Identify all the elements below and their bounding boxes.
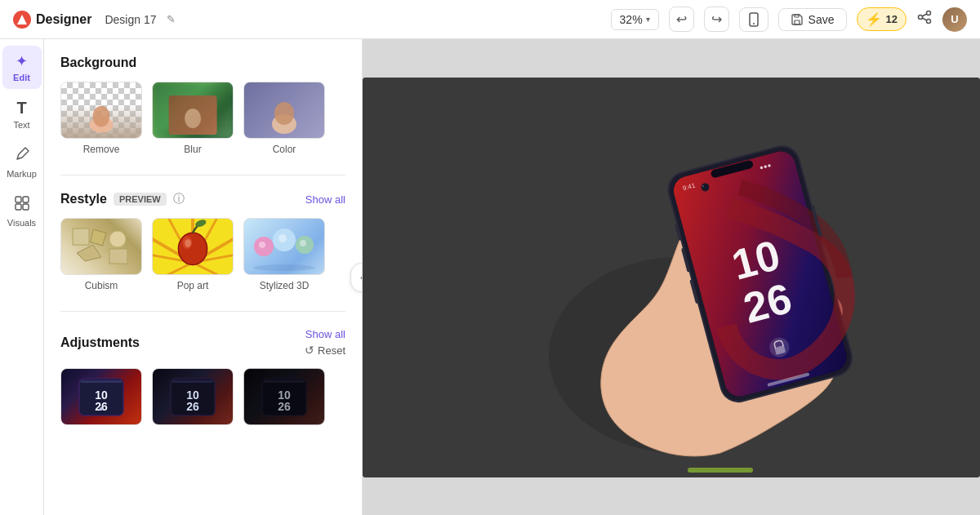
svg-rect-77	[688, 468, 753, 473]
bg-item-color[interactable]: Color	[243, 82, 325, 155]
edit-design-icon[interactable]: ✎	[167, 13, 176, 25]
restyle-section: Restyle PREVIEW ⓘ Show all	[60, 192, 345, 291]
redo-button[interactable]: ↪	[704, 7, 729, 32]
markup-icon	[14, 146, 30, 166]
bg-item-blur[interactable]: Blur	[152, 82, 234, 155]
canvas-content[interactable]: 10 26 9:41 ●●●	[363, 78, 980, 477]
text-icon: T	[16, 99, 26, 118]
zoom-dropdown-icon: ▾	[646, 15, 650, 24]
background-section: Background Remove	[60, 55, 345, 155]
svg-text:26: 26	[278, 400, 291, 413]
svg-point-6	[919, 16, 923, 20]
topbar: Designer Design 17 ✎ 32% ▾ ↩ ↪ Save ⚡ 12…	[0, 0, 980, 39]
svg-rect-4	[795, 15, 799, 17]
save-button[interactable]: Save	[778, 8, 847, 31]
adjustment-thumb-3[interactable]: 10 26	[243, 368, 325, 425]
svg-marker-22	[77, 245, 101, 261]
adjustments-section: Adjustments Show all ↺ Reset 10	[60, 328, 345, 425]
save-label: Save	[808, 13, 835, 26]
adjustments-reset-button[interactable]: ↺ Reset	[305, 344, 345, 357]
svg-line-8	[922, 14, 927, 16]
svg-text:26: 26	[95, 400, 108, 413]
icon-nav: ✦ Edit T Text Markup Visuals	[0, 39, 44, 515]
svg-point-5	[927, 11, 931, 16]
undo-button[interactable]: ↩	[669, 7, 694, 32]
svg-line-9	[922, 18, 927, 20]
svg-rect-19	[73, 229, 89, 245]
adjustments-show-all-button[interactable]: Show all	[305, 328, 345, 340]
svg-point-48	[100, 407, 103, 411]
style-label-cubism: Cubism	[85, 280, 118, 291]
main-layout: ✦ Edit T Text Markup Visuals Background	[0, 39, 980, 515]
logo-icon	[13, 11, 31, 29]
preview-badge: PREVIEW	[114, 193, 167, 206]
bg-label-blur: Blur	[184, 144, 201, 155]
canvas-background: 10 26 9:41 ●●●	[363, 78, 980, 477]
bg-label-remove: Remove	[83, 144, 120, 155]
bg-thumb-blur	[152, 82, 234, 139]
style-item-cubism[interactable]: Cubism	[60, 218, 142, 291]
panel-collapse-arrow[interactable]: ‹	[350, 263, 363, 292]
svg-rect-45	[81, 380, 122, 383]
restyle-items: Cubism	[60, 218, 345, 291]
style-thumb-cubism	[60, 218, 142, 275]
bg-thumb-color	[243, 82, 325, 139]
svg-point-42	[300, 240, 306, 246]
adjustments-section-title: Adjustments	[60, 335, 140, 350]
adjustments-header-right: Show all ↺ Reset	[305, 328, 345, 357]
svg-point-16	[185, 109, 201, 128]
share-button[interactable]	[916, 9, 933, 29]
sidebar-item-text[interactable]: T Text	[2, 92, 42, 136]
avatar[interactable]: U	[942, 7, 967, 32]
svg-rect-11	[23, 197, 29, 202]
bg-label-color: Color	[273, 144, 296, 155]
info-icon[interactable]: ⓘ	[173, 192, 185, 206]
svg-rect-20	[90, 229, 106, 246]
side-panel: Background Remove	[44, 39, 363, 515]
app-logo: Designer	[13, 11, 91, 29]
restyle-header-left: Restyle PREVIEW ⓘ	[60, 192, 185, 206]
svg-point-35	[185, 239, 191, 247]
style-label-stylized3d: Stylized 3D	[260, 280, 310, 291]
background-section-header: Background	[60, 55, 345, 70]
style-item-popart[interactable]: Pop art	[152, 218, 234, 291]
restyle-section-title: Restyle	[60, 192, 107, 206]
svg-rect-12	[16, 204, 21, 210]
sidebar-item-edit[interactable]: ✦ Edit	[2, 46, 42, 89]
style-thumb-stylized3d	[243, 218, 325, 275]
background-section-title: Background	[60, 55, 136, 70]
reset-label: Reset	[318, 344, 345, 357]
adjustment-thumb-1[interactable]: 10 26	[60, 368, 142, 425]
svg-marker-0	[17, 15, 27, 24]
credits-icon: ⚡	[866, 11, 882, 27]
svg-rect-3	[795, 20, 800, 24]
sidebar-item-markup[interactable]: Markup	[2, 140, 42, 185]
canvas-area: 10 26 9:41 ●●●	[363, 39, 980, 515]
edit-icon: ✦	[16, 52, 28, 70]
background-items: Remove Blur	[60, 82, 345, 155]
divider-2	[60, 311, 345, 312]
design-name: Design 17	[105, 13, 156, 26]
adjustments-section-header: Adjustments Show all ↺ Reset	[60, 328, 345, 357]
zoom-control[interactable]: 32% ▾	[611, 9, 659, 30]
bg-thumb-remove	[60, 82, 142, 139]
svg-point-40	[259, 242, 265, 248]
svg-point-7	[927, 20, 931, 24]
svg-text:26: 26	[186, 400, 199, 413]
phone-preview-button[interactable]	[739, 7, 768, 32]
svg-point-18	[274, 102, 294, 125]
credits-count: 12	[886, 13, 898, 25]
style-thumb-popart	[152, 218, 234, 275]
bg-item-remove[interactable]: Remove	[60, 82, 142, 155]
zoom-level: 32%	[620, 13, 643, 26]
reset-icon: ↺	[305, 344, 314, 357]
restyle-show-all-button[interactable]: Show all	[305, 193, 345, 206]
svg-point-21	[109, 231, 126, 247]
credits-button[interactable]: ⚡ 12	[857, 7, 906, 31]
sidebar-item-visuals[interactable]: Visuals	[2, 189, 42, 234]
style-item-stylized3d[interactable]: Stylized 3D	[243, 218, 325, 291]
canvas-svg: 10 26 9:41 ●●●	[363, 78, 980, 477]
svg-point-41	[278, 234, 287, 242]
adjustments-thumbnails: 10 26 10 26	[60, 368, 345, 425]
adjustment-thumb-2[interactable]: 10 26	[152, 368, 234, 425]
